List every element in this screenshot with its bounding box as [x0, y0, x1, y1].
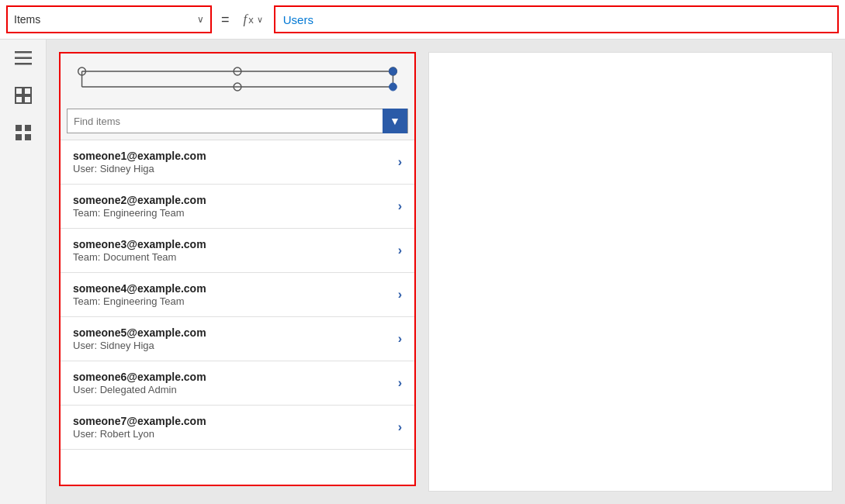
list-item-text-4: someone5@example.com User: Sidney Higa: [73, 326, 398, 351]
fx-x-icon: x: [248, 14, 254, 26]
svg-rect-6: [24, 96, 31, 103]
svg-point-19: [390, 67, 397, 75]
list-item-email-0: someone1@example.com: [73, 150, 398, 162]
connector-area: [67, 60, 408, 95]
list-item-text-6: someone7@example.com User: Robert Lyon: [73, 415, 398, 440]
layers-icon[interactable]: [12, 85, 34, 106]
list-item-arrow-icon-0: ›: [398, 155, 402, 169]
users-field[interactable]: Users: [274, 5, 839, 33]
connector-svg: [67, 60, 408, 95]
svg-rect-7: [16, 125, 22, 131]
list-item[interactable]: someone3@example.com Team: Document Team…: [61, 229, 414, 273]
list-item-sub-0: User: Sidney Higa: [73, 163, 398, 174]
list-item-sub-3: Team: Engineering Team: [73, 295, 398, 307]
list-item[interactable]: someone7@example.com User: Robert Lyon ›: [61, 406, 414, 450]
grid-icon[interactable]: [12, 122, 34, 143]
search-input-row: ▼: [67, 109, 408, 133]
svg-rect-9: [16, 134, 22, 140]
list-item-arrow-icon-4: ›: [398, 332, 402, 346]
list-item-arrow-icon-6: ›: [398, 420, 402, 434]
svg-rect-0: [15, 51, 32, 54]
svg-rect-10: [25, 134, 31, 140]
top-bar: Items ∨ = f x ∨ Users: [0, 0, 845, 40]
fx-symbol-icon: f: [244, 12, 248, 27]
content-area: ▼ someone1@example.com User: Sidney Higa…: [47, 40, 845, 504]
menu-icon[interactable]: [12, 47, 34, 69]
users-field-value: Users: [283, 13, 313, 26]
list-item-arrow-icon-1: ›: [398, 199, 402, 213]
list-item-sub-5: User: Delegated Admin: [73, 384, 398, 395]
dropdown-panel: ▼ someone1@example.com User: Sidney Higa…: [59, 52, 416, 486]
list-container[interactable]: someone1@example.com User: Sidney Higa ›…: [61, 140, 414, 485]
list-item-email-5: someone6@example.com: [73, 371, 398, 383]
search-input[interactable]: [68, 116, 383, 127]
list-item-text-2: someone3@example.com Team: Document Team: [73, 238, 398, 263]
main-layout: ▼ someone1@example.com User: Sidney Higa…: [0, 40, 845, 504]
list-item[interactable]: someone5@example.com User: Sidney Higa ›: [61, 317, 414, 361]
list-item-sub-6: User: Robert Lyon: [73, 428, 398, 440]
sidebar: [0, 40, 47, 504]
fx-arrow-icon: ∨: [257, 15, 263, 25]
items-dropdown-label: Items: [14, 13, 197, 26]
right-panel: [428, 52, 833, 492]
svg-point-20: [390, 83, 397, 91]
svg-rect-4: [24, 88, 31, 95]
svg-rect-1: [15, 57, 32, 60]
svg-rect-5: [16, 96, 23, 103]
list-item[interactable]: someone6@example.com User: Delegated Adm…: [61, 361, 414, 406]
list-item-sub-4: User: Sidney Higa: [73, 340, 398, 351]
search-dropdown-arrow-icon: ▼: [390, 115, 400, 127]
equals-sign: =: [218, 12, 233, 28]
search-dropdown-button[interactable]: ▼: [383, 109, 407, 133]
list-item-arrow-icon-2: ›: [398, 243, 402, 257]
list-item-text-3: someone4@example.com Team: Engineering T…: [73, 282, 398, 307]
list-item[interactable]: someone1@example.com User: Sidney Higa ›: [61, 140, 414, 185]
svg-rect-3: [16, 88, 23, 95]
items-dropdown-arrow-icon: ∨: [197, 14, 204, 25]
items-dropdown[interactable]: Items ∨: [6, 5, 212, 33]
fx-button[interactable]: f x ∨: [239, 9, 268, 30]
list-item-sub-2: Team: Document Team: [73, 251, 398, 263]
list-item-arrow-icon-3: ›: [398, 288, 402, 302]
list-item-email-3: someone4@example.com: [73, 282, 398, 295]
search-container: ▼: [61, 54, 414, 140]
list-item[interactable]: someone4@example.com Team: Engineering T…: [61, 273, 414, 317]
list-item[interactable]: someone2@example.com Team: Engineering T…: [61, 185, 414, 229]
list-item-email-1: someone2@example.com: [73, 194, 398, 206]
list-item-text-5: someone6@example.com User: Delegated Adm…: [73, 371, 398, 395]
list-item-sub-1: Team: Engineering Team: [73, 207, 398, 219]
svg-rect-8: [25, 125, 31, 131]
list-item-text-1: someone2@example.com Team: Engineering T…: [73, 194, 398, 219]
list-item-email-2: someone3@example.com: [73, 238, 398, 250]
svg-rect-2: [15, 63, 32, 65]
list-item-arrow-icon-5: ›: [398, 376, 402, 390]
list-item-email-6: someone7@example.com: [73, 415, 398, 427]
list-item-text-0: someone1@example.com User: Sidney Higa: [73, 150, 398, 174]
list-item-email-4: someone5@example.com: [73, 326, 398, 339]
